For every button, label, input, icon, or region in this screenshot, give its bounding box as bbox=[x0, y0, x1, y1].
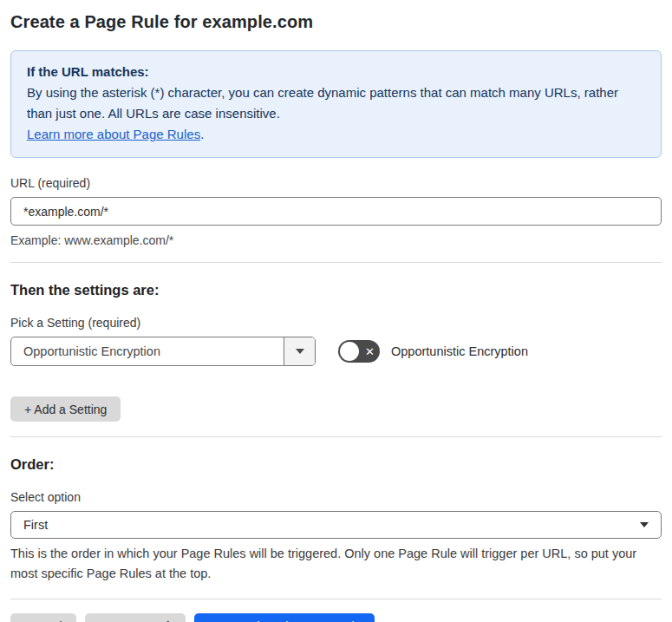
save-deploy-button[interactable]: Save and Deploy Page Rule bbox=[194, 613, 375, 622]
url-label: URL (required) bbox=[10, 176, 662, 190]
chevron-down-icon bbox=[640, 522, 649, 527]
page-title: Create a Page Rule for example.com bbox=[10, 12, 662, 32]
divider bbox=[10, 436, 662, 437]
url-input[interactable] bbox=[10, 197, 662, 226]
info-box-heading: If the URL matches: bbox=[27, 62, 645, 82]
add-setting-button[interactable]: + Add a Setting bbox=[10, 396, 121, 422]
url-matches-info-box: If the URL matches: By using the asteris… bbox=[10, 50, 662, 158]
order-select[interactable]: First bbox=[10, 511, 662, 539]
order-heading: Order: bbox=[10, 456, 662, 473]
setting-picker-dropdown[interactable]: Opportunistic Encryption bbox=[10, 337, 316, 366]
link-suffix: . bbox=[200, 127, 204, 141]
chevron-down-icon[interactable] bbox=[284, 337, 315, 365]
learn-more-link[interactable]: Learn more about Page Rules bbox=[27, 127, 200, 141]
encryption-toggle[interactable]: ✕ bbox=[338, 340, 380, 363]
order-help-text: This is the order in which your Page Rul… bbox=[10, 544, 659, 584]
setting-picker-label: Pick a Setting (required) bbox=[10, 316, 662, 330]
toggle-label: Opportunistic Encryption bbox=[391, 344, 528, 358]
toggle-knob bbox=[340, 342, 359, 361]
order-select-value: First bbox=[23, 518, 48, 532]
info-box-body: By using the asterisk (*) character, you… bbox=[27, 82, 645, 124]
divider bbox=[10, 599, 662, 599]
save-draft-button[interactable]: Save as Draft bbox=[85, 613, 186, 622]
setting-picker-value: Opportunistic Encryption bbox=[11, 337, 284, 365]
order-select-label: Select option bbox=[10, 490, 662, 504]
divider bbox=[10, 262, 662, 263]
info-box-link-line: Learn more about Page Rules. bbox=[27, 124, 645, 145]
toggle-x-icon: ✕ bbox=[365, 340, 375, 363]
footer-actions: Cancel Save as Draft Save and Deploy Pag… bbox=[10, 613, 662, 622]
settings-heading: Then the settings are: bbox=[10, 282, 662, 298]
cancel-button[interactable]: Cancel bbox=[10, 613, 76, 622]
url-example-text: Example: www.example.com/* bbox=[10, 233, 662, 247]
create-page-rule-panel: Create a Page Rule for example.com If th… bbox=[0, 0, 672, 622]
setting-row: Opportunistic Encryption ✕ Opportunistic… bbox=[10, 337, 662, 366]
